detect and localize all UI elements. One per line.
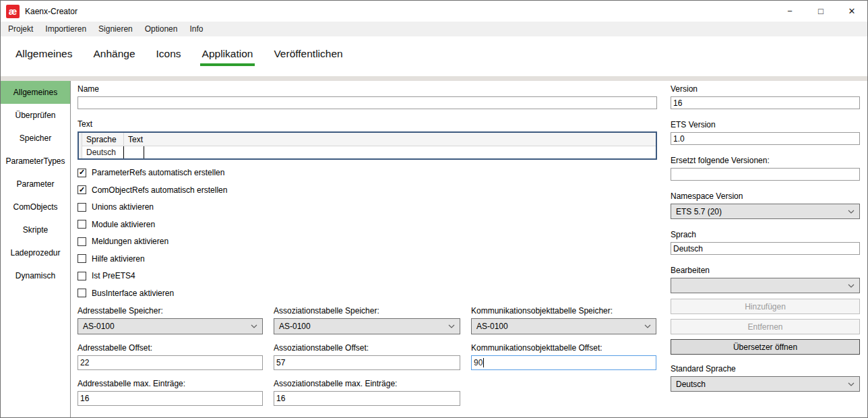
menu-importieren[interactable]: Importieren	[39, 24, 92, 34]
checkbox-box[interactable]: ✓	[78, 289, 86, 297]
field-version: Version	[671, 84, 860, 109]
assoziationstabelle-speicher-select[interactable]: AS-0100	[274, 318, 460, 334]
sidebar-item-parameter[interactable]: Parameter	[1, 173, 70, 196]
field-sprach: Sprach	[671, 230, 860, 255]
checkbox-ist-preets4[interactable]: ✓ Ist PreETS4	[78, 271, 657, 280]
checkbox-box[interactable]: ✓	[78, 254, 86, 263]
sprach-input[interactable]	[671, 242, 860, 255]
checkbox-box[interactable]: ✓	[78, 169, 86, 177]
entfernen-button[interactable]: Entfernen	[671, 319, 860, 334]
sidebar-item-dynamisch[interactable]: Dynamisch	[1, 264, 70, 287]
sidebar-item-allgemeines[interactable]: Allgemeines	[1, 81, 70, 104]
cell-sprache[interactable]: Deutsch	[82, 146, 124, 158]
column-header-text[interactable]: Text	[124, 133, 147, 146]
kommunikationsobjekttabelle-speicher-select[interactable]: AS-0100	[471, 318, 656, 334]
options-checkbox-group: ✓ ParameterRefs automatisch erstellen ✓ …	[78, 168, 657, 298]
field-namespace-version: Namespace Version ETS 5.7 (20)	[671, 191, 860, 219]
window-controls: − □ ✕	[774, 1, 867, 22]
sidebar: Allgemeines Überprüfen Speicher Paramete…	[1, 81, 71, 417]
field-ersetzt-versionen: Ersetzt folgende Versionen:	[671, 156, 860, 181]
kommunikationsobjekttabelle-offset-input[interactable]: 90	[471, 355, 656, 370]
field-standard-sprache: Standard Sprache Deutsch	[671, 364, 860, 392]
field-addresstabelle-max: Addresstabelle max. Einträge:	[78, 379, 263, 406]
window-title: Kaenx-Creator	[25, 7, 78, 16]
check-icon: ✓	[79, 186, 85, 193]
checkbox-parameterrefs[interactable]: ✓ ParameterRefs automatisch erstellen	[78, 168, 657, 177]
field-ets-version: ETS Version	[671, 120, 860, 145]
column-header-sprache[interactable]: Sprache	[82, 133, 124, 146]
menu-bar: Projekt Importieren Signieren Optionen I…	[1, 22, 867, 36]
sidebar-item-skripte[interactable]: Skripte	[1, 218, 70, 241]
application-form: Name Text Sprache Text Deutsch	[78, 84, 657, 417]
maximize-icon[interactable]: □	[805, 1, 836, 22]
field-adresstabelle-offset: Adresstabelle Offset:	[78, 343, 263, 370]
name-label: Name	[78, 84, 657, 94]
sidebar-item-comobjects[interactable]: ComObjects	[1, 196, 70, 218]
chevron-down-icon	[848, 210, 855, 214]
tab-anhaenge[interactable]: Anhänge	[93, 44, 135, 69]
close-icon[interactable]: ✕	[836, 1, 867, 22]
version-input[interactable]	[671, 96, 860, 109]
menu-projekt[interactable]: Projekt	[2, 24, 39, 34]
check-icon: ✓	[79, 169, 85, 176]
chevron-down-icon	[848, 284, 855, 288]
adresstabelle-speicher-select[interactable]: AS-0100	[78, 318, 263, 334]
tab-icons[interactable]: Icons	[156, 44, 181, 69]
tab-allgemeines[interactable]: Allgemeines	[16, 44, 72, 69]
field-assoziationstabelle-max: Assoziationstabelle max. Einträge:	[274, 379, 460, 406]
version-panel: Version ETS Version Ersetzt folgende Ver…	[671, 84, 860, 417]
addresstabelle-max-input[interactable]	[78, 391, 263, 406]
field-kommunikationsobjekttabelle-offset: Kommunikationsobjekttabelle Offset: 90	[471, 343, 656, 370]
field-kommunikationsobjekttabelle-speicher: Kommunikationsobjekttabelle Speicher: AS…	[471, 306, 656, 334]
checkbox-comobjectrefs[interactable]: ✓ ComObjectRefs automatisch erstellen	[78, 185, 657, 195]
bearbeiten-select[interactable]	[671, 278, 860, 293]
checkbox-box[interactable]: ✓	[78, 220, 86, 229]
chevron-down-icon	[448, 324, 455, 328]
hinzufuegen-button[interactable]: Hinzufügen	[671, 299, 860, 314]
namespace-version-select[interactable]: ETS 5.7 (20)	[671, 204, 860, 219]
app-window: æ Kaenx-Creator − □ ✕ Projekt Importiere…	[0, 0, 868, 418]
tab-strip: Allgemeines Anhänge Icons Applikation Ve…	[1, 36, 867, 76]
assoziationstabelle-offset-input[interactable]	[274, 355, 460, 370]
ets-version-input[interactable]	[671, 132, 860, 145]
checkbox-box[interactable]: ✓	[78, 237, 86, 246]
app-logo-icon: æ	[6, 5, 20, 18]
sidebar-item-ueberpruefen[interactable]: Überprüfen	[1, 104, 70, 127]
table-row[interactable]: Deutsch	[82, 146, 656, 158]
chevron-down-icon	[848, 382, 855, 386]
sidebar-item-speicher[interactable]: Speicher	[1, 127, 70, 150]
text-table: Sprache Text Deutsch	[78, 131, 657, 160]
sidebar-item-ladeprozedur[interactable]: Ladeprozedur	[1, 241, 70, 264]
field-adresstabelle-speicher: Adresstabelle Speicher: AS-0100	[78, 306, 263, 334]
ersetzt-versionen-input[interactable]	[671, 168, 860, 181]
assoziationstabelle-max-input[interactable]	[274, 391, 460, 406]
table-settings-grid: Adresstabelle Speicher: AS-0100 Assoziat…	[78, 306, 657, 406]
menu-optionen[interactable]: Optionen	[139, 24, 184, 34]
checkbox-box[interactable]: ✓	[78, 272, 86, 280]
checkbox-box[interactable]: ✓	[78, 203, 86, 212]
checkbox-module[interactable]: ✓ Module aktivieren	[78, 220, 657, 229]
adresstabelle-offset-input[interactable]	[78, 355, 263, 370]
checkbox-unions[interactable]: ✓ Unions aktivieren	[78, 202, 657, 212]
name-input[interactable]	[78, 96, 657, 109]
checkbox-box[interactable]: ✓	[78, 185, 86, 194]
tab-applikation[interactable]: Applikation	[202, 44, 253, 69]
checkbox-hilfe[interactable]: ✓ Hilfe aktivieren	[78, 254, 657, 264]
sidebar-item-parametertypes[interactable]: ParameterTypes	[1, 150, 70, 173]
uebersetzer-oeffnen-button[interactable]: Übersetzer öffnen	[671, 339, 860, 355]
menu-info[interactable]: Info	[183, 24, 209, 34]
table-header: Sprache Text	[82, 133, 656, 146]
field-assoziationstabelle-offset: Assoziationstabelle Offset:	[274, 343, 460, 370]
minimize-icon[interactable]: −	[774, 1, 805, 22]
menu-signieren[interactable]: Signieren	[92, 24, 139, 34]
chevron-down-icon	[251, 324, 257, 328]
cell-text-editing[interactable]	[124, 146, 144, 158]
checkbox-meldungen[interactable]: ✓ Meldungen aktivieren	[78, 237, 657, 246]
content-top-divider	[1, 76, 867, 81]
field-assoziationstabelle-speicher: Assoziationstabelle Speicher: AS-0100	[274, 306, 460, 334]
text-cursor	[483, 358, 484, 367]
title-bar: æ Kaenx-Creator − □ ✕	[1, 1, 867, 22]
checkbox-businterface[interactable]: ✓ BusInterface aktivieren	[78, 289, 657, 298]
standard-sprache-select[interactable]: Deutsch	[671, 376, 860, 392]
tab-veroeffentlichen[interactable]: Veröffentlichen	[274, 44, 342, 69]
